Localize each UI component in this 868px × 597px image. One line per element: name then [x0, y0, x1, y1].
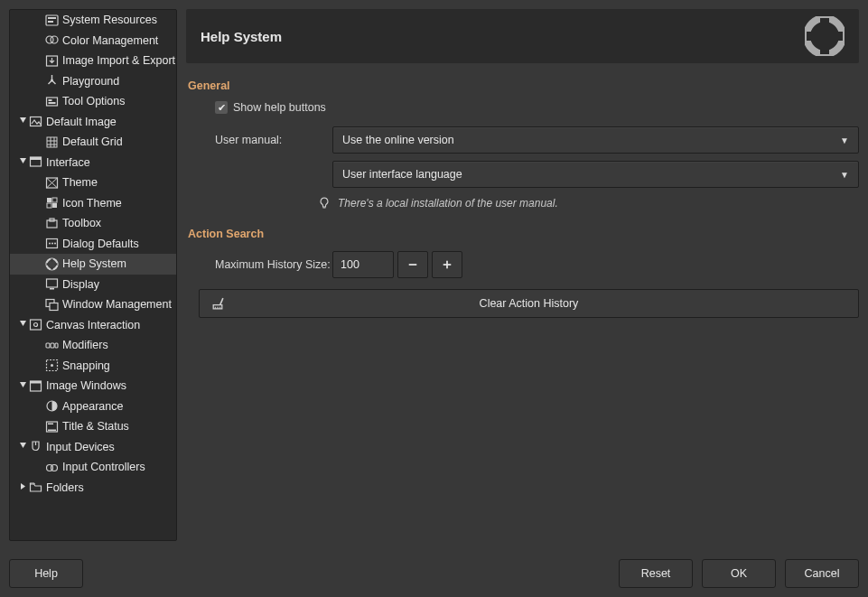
- appearance-icon: [44, 399, 59, 414]
- image-icon: [28, 115, 42, 129]
- sidebar-item-tool-options[interactable]: Tool Options: [10, 91, 176, 112]
- chevron-down-icon: ▼: [840, 135, 849, 145]
- input-icon: [28, 440, 42, 454]
- display-icon: [44, 277, 59, 292]
- sidebar-item-dialog-defaults[interactable]: Dialog Defaults: [10, 234, 176, 255]
- expander-open-icon[interactable]: [17, 320, 28, 330]
- sidebar-item-snapping[interactable]: Snapping: [10, 356, 176, 377]
- expander-open-icon[interactable]: [17, 381, 28, 391]
- show-help-buttons-label: Show help buttons: [233, 101, 326, 114]
- ui-language-value: User interface language: [342, 168, 462, 181]
- section-heading-action-search: Action Search: [186, 228, 859, 240]
- sidebar-item-image-import-export[interactable]: Image Import & Export: [10, 51, 176, 71]
- sidebar-item-title-status[interactable]: Title & Status: [10, 416, 176, 437]
- sidebar-item-color-management[interactable]: Color Management: [10, 31, 176, 51]
- title-icon: [44, 419, 59, 434]
- canvas-icon: [28, 318, 42, 332]
- page-title: Help System: [201, 29, 282, 44]
- sidebar-item-help-system[interactable]: Help System: [10, 254, 176, 275]
- sidebar-item-window-management[interactable]: Window Management: [10, 294, 176, 315]
- resources-icon: [44, 13, 59, 27]
- icontheme-icon: [44, 196, 59, 210]
- clear-action-history-label: Clear Action History: [480, 297, 579, 310]
- sidebar-item-interface[interactable]: Interface: [10, 153, 176, 173]
- sidebar-item-display[interactable]: Display: [10, 275, 176, 295]
- sidebar-item-label: Dialog Defaults: [62, 238, 139, 250]
- sidebar-item-theme[interactable]: Theme: [10, 173, 176, 193]
- sidebar-item-playground[interactable]: Playground: [10, 71, 176, 92]
- sidebar-item-label: System Resources: [62, 14, 157, 26]
- sidebar-item-toolbox[interactable]: Toolbox: [10, 213, 176, 234]
- cancel-button[interactable]: Cancel: [785, 559, 859, 588]
- dialog-footer: Help Reset OK Cancel: [0, 550, 868, 597]
- sidebar-item-input-controllers[interactable]: Input Controllers: [10, 457, 176, 478]
- sidebar-item-label: Folders: [46, 481, 84, 494]
- snapping-icon: [44, 359, 59, 373]
- ui-language-dropdown[interactable]: User interface language ▼: [332, 161, 859, 188]
- modifiers-icon: [44, 338, 59, 352]
- sidebar-item-modifiers[interactable]: Modifiers: [10, 335, 176, 356]
- sidebar-item-label: Help System: [62, 257, 126, 270]
- sidebar-item-label: Snapping: [62, 359, 110, 372]
- sidebar-item-system-resources[interactable]: System Resources: [10, 10, 176, 31]
- sidebar-item-label: Image Import & Export: [62, 54, 175, 67]
- user-manual-value: Use the online version: [342, 134, 454, 146]
- window-icon: [44, 297, 59, 312]
- sidebar-item-label: Default Grid: [62, 135, 123, 148]
- show-help-buttons-checkbox[interactable]: ✔ Show help buttons: [199, 96, 859, 119]
- tooloptions-icon: [44, 94, 59, 108]
- ok-button[interactable]: OK: [702, 559, 776, 588]
- svg-rect-52: [446, 261, 448, 269]
- toolbox-icon: [44, 216, 59, 230]
- title-bar: Help System: [186, 9, 859, 63]
- help-ring-icon: [805, 16, 845, 56]
- reset-button[interactable]: Reset: [619, 559, 693, 588]
- user-manual-label: User manual:: [199, 134, 332, 146]
- content-pane: Help System General ✔ Show help buttons …: [186, 9, 859, 541]
- expander-closed-icon[interactable]: [17, 482, 28, 492]
- grid-icon: [44, 135, 59, 149]
- sidebar-item-icon-theme[interactable]: Icon Theme: [10, 193, 176, 214]
- imgwin-icon: [28, 378, 42, 393]
- chevron-down-icon: ▼: [840, 170, 849, 180]
- sidebar-item-default-image[interactable]: Default Image: [10, 112, 176, 133]
- theme-icon: [44, 175, 59, 190]
- clear-action-history-button[interactable]: Clear Action History: [199, 289, 859, 318]
- sidebar-item-label: Input Controllers: [62, 461, 145, 473]
- expander-open-icon[interactable]: [17, 117, 28, 126]
- sidebar-item-label: Image Windows: [46, 379, 126, 392]
- sidebar-item-label: Appearance: [62, 400, 123, 413]
- color-icon: [44, 33, 59, 48]
- sidebar-item-canvas-interaction[interactable]: Canvas Interaction: [10, 315, 176, 336]
- sidebar-item-label: Tool Options: [62, 95, 125, 107]
- clear-icon: [210, 296, 225, 311]
- sidebar-item-image-windows[interactable]: Image Windows: [10, 376, 176, 396]
- dialog-icon: [44, 237, 59, 251]
- sidebar-item-default-grid[interactable]: Default Grid: [10, 132, 176, 153]
- sidebar-item-label: Toolbox: [62, 217, 101, 229]
- sidebar-item-appearance[interactable]: Appearance: [10, 396, 176, 417]
- sidebar-item-label: Modifiers: [62, 339, 108, 351]
- playground-icon: [44, 74, 59, 89]
- preferences-tree[interactable]: System ResourcesColor ManagementImage Im…: [9, 9, 177, 541]
- sidebar-item-label: Playground: [62, 75, 119, 88]
- sidebar-item-label: Canvas Interaction: [46, 319, 140, 331]
- help-button[interactable]: Help: [9, 559, 83, 588]
- lightbulb-icon: [318, 197, 331, 210]
- help-icon: [44, 257, 59, 271]
- controllers-icon: [44, 460, 59, 474]
- user-manual-dropdown[interactable]: Use the online version ▼: [332, 126, 859, 154]
- expander-open-icon[interactable]: [17, 157, 28, 167]
- sidebar-item-label: Interface: [46, 156, 90, 169]
- decrement-button[interactable]: [397, 251, 428, 278]
- increment-button[interactable]: [432, 251, 462, 278]
- sidebar-item-label: Display: [62, 278, 99, 291]
- max-history-input[interactable]: 100: [332, 251, 394, 278]
- sidebar-item-label: Color Management: [62, 34, 158, 47]
- sidebar-item-label: Theme: [62, 176, 98, 189]
- sidebar-item-folders[interactable]: Folders: [10, 478, 176, 499]
- sidebar-item-input-devices[interactable]: Input Devices: [10, 437, 176, 458]
- interface-icon: [28, 155, 42, 170]
- expander-open-icon[interactable]: [17, 442, 28, 452]
- max-history-label: Maximum History Size:: [199, 258, 332, 271]
